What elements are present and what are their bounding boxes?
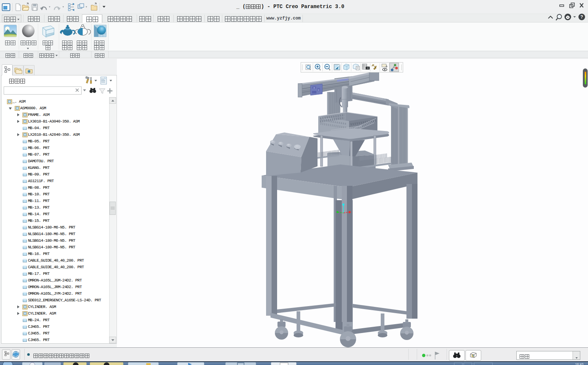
svg-text:16:43: 16:43 — [575, 362, 584, 365]
